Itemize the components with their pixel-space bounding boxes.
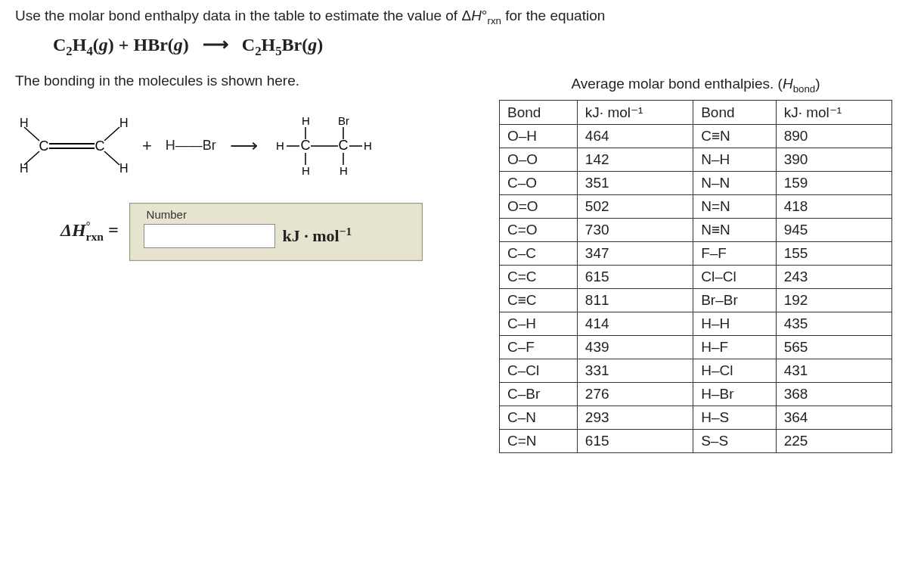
svg-text:H: H — [302, 114, 310, 127]
answer-input[interactable] — [144, 224, 275, 248]
svg-text:H: H — [276, 139, 284, 152]
svg-text:C: C — [95, 138, 105, 154]
table-cell: 142 — [577, 148, 693, 172]
table-cell: S–S — [693, 430, 776, 453]
table-cell: C=N — [500, 430, 578, 453]
reaction-arrow-icon: ⟶ — [230, 134, 258, 157]
unit-label: kJ · mol−1 — [283, 225, 352, 246]
table-cell: C–N — [500, 406, 578, 430]
table-cell: 159 — [776, 172, 891, 195]
table-cell: 435 — [776, 312, 891, 336]
table-cell: 192 — [776, 289, 891, 312]
svg-text:H: H — [364, 139, 372, 152]
table-row: O=O502N=N418 — [500, 195, 892, 219]
table-row: C–H414H–H435 — [500, 312, 892, 336]
table-cell: 418 — [776, 195, 891, 219]
table-cell: 565 — [776, 336, 891, 359]
bromoethane-structure: C C H H H Br H H — [271, 112, 377, 180]
table-cell: 945 — [776, 219, 891, 242]
table-row: C=C615Cl–Cl243 — [500, 266, 892, 289]
table-cell: F–F — [693, 242, 776, 266]
table-cell: H–F — [693, 336, 776, 359]
table-cell: C≡C — [500, 289, 578, 312]
svg-text:H: H — [302, 164, 310, 177]
table-cell: C–C — [500, 242, 578, 266]
ethene-structure: C C H H H H — [15, 116, 129, 176]
plus-sign: + — [142, 136, 152, 156]
delta-h-label: ΔH°rxn = — [60, 219, 119, 244]
table-cell: 414 — [577, 312, 693, 336]
svg-text:H: H — [20, 117, 29, 129]
svg-line-7 — [104, 151, 119, 165]
table-row: C–C347F–F155 — [500, 242, 892, 266]
table-cell: 464 — [577, 125, 693, 148]
table-cell: 439 — [577, 336, 693, 359]
hbr-structure: H——Br — [166, 138, 216, 154]
table-row: O–O142N–H390 — [500, 148, 892, 172]
table-cell: C≡N — [693, 125, 776, 148]
table-cell: 615 — [577, 266, 693, 289]
table-row: C=O730N≡N945 — [500, 219, 892, 242]
table-cell: 243 — [776, 266, 891, 289]
table-row: C–F439H–F565 — [500, 336, 892, 359]
svg-text:H: H — [20, 162, 29, 175]
table-cell: 390 — [776, 148, 891, 172]
svg-text:Br: Br — [338, 114, 349, 127]
table-cell: N=N — [693, 195, 776, 219]
table-cell: C–H — [500, 312, 578, 336]
table-cell: O–H — [500, 125, 578, 148]
table-cell: 502 — [577, 195, 693, 219]
table-cell: N≡N — [693, 219, 776, 242]
bonding-note: The bonding in the molecules is shown he… — [15, 73, 499, 89]
table-row: C–N293H–S364 — [500, 406, 892, 430]
table-cell: 364 — [776, 406, 891, 430]
table-cell: C–O — [500, 172, 578, 195]
table-row: C–Cl331H–Cl431 — [500, 359, 892, 383]
table-row: O–H464C≡N890 — [500, 125, 892, 148]
svg-text:C: C — [39, 138, 49, 154]
table-cell: Br–Br — [693, 289, 776, 312]
table-cell: O–O — [500, 148, 578, 172]
table-cell: C=O — [500, 219, 578, 242]
table-cell: Cl–Cl — [693, 266, 776, 289]
table-cell: C–F — [500, 336, 578, 359]
question-line-1: Use the molar bond enthalpy data in the … — [15, 8, 909, 26]
table-cell: 351 — [577, 172, 693, 195]
table-cell: 890 — [776, 125, 891, 148]
table-row: C–Br276H–Br368 — [500, 383, 892, 406]
svg-text:C: C — [338, 138, 348, 153]
col-bond-1: Bond — [500, 101, 578, 125]
svg-line-6 — [104, 127, 119, 141]
svg-text:H: H — [119, 162, 129, 175]
table-cell: 615 — [577, 430, 693, 453]
table-cell: H–Br — [693, 383, 776, 406]
col-val-1: kJ· mol⁻¹ — [577, 101, 693, 125]
table-cell: 347 — [577, 242, 693, 266]
table-cell: 276 — [577, 383, 693, 406]
table-cell: 331 — [577, 359, 693, 383]
table-cell: N–H — [693, 148, 776, 172]
table-cell: 155 — [776, 242, 891, 266]
svg-text:H: H — [119, 117, 129, 129]
table-row: C=N615S–S225 — [500, 430, 892, 453]
answer-panel: Number kJ · mol−1 — [129, 203, 423, 261]
structure-diagram: C C H H H H + H——Br ⟶ C C — [15, 112, 499, 180]
table-cell: N–N — [693, 172, 776, 195]
bond-enthalpy-table: Bond kJ· mol⁻¹ Bond kJ· mol⁻¹ O–H464C≡N8… — [499, 100, 892, 453]
table-cell: C=C — [500, 266, 578, 289]
table-cell: H–Cl — [693, 359, 776, 383]
table-title: Average molar bond enthalpies. (Hbond) — [499, 76, 892, 95]
table-cell: C–Br — [500, 383, 578, 406]
table-cell: 730 — [577, 219, 693, 242]
reaction-equation: C2H4(g) + HBr(g) ⟶ C2H5Br(g) — [53, 34, 909, 59]
col-bond-2: Bond — [693, 101, 776, 125]
table-cell: 225 — [776, 430, 891, 453]
table-cell: C–Cl — [500, 359, 578, 383]
svg-text:C: C — [300, 138, 310, 153]
input-label: Number — [147, 208, 408, 221]
svg-text:H: H — [340, 164, 348, 177]
table-cell: O=O — [500, 195, 578, 219]
col-val-2: kJ· mol⁻¹ — [776, 101, 891, 125]
table-header-row: Bond kJ· mol⁻¹ Bond kJ· mol⁻¹ — [500, 101, 892, 125]
table-cell: 431 — [776, 359, 891, 383]
